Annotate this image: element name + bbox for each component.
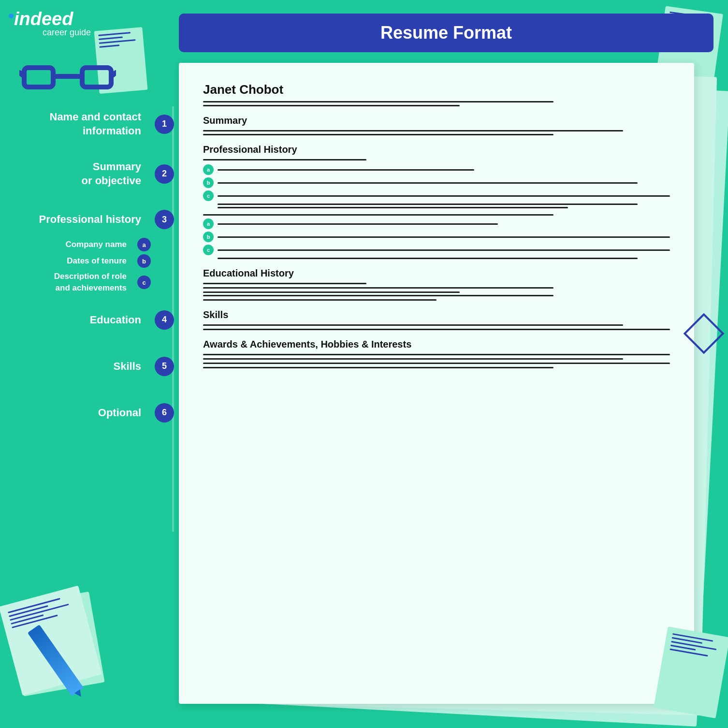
bullet-b2: b [203, 232, 214, 242]
pro-line-c1 [218, 195, 670, 197]
resume-stack: Janet Chobot Summary Professional Histor… [179, 63, 704, 704]
pro-bullet-row-a1: a [203, 164, 670, 175]
pro-line-a1 [218, 169, 474, 171]
svg-line-3 [19, 73, 24, 76]
bullet-c1: c [203, 190, 214, 201]
pro-bullet-row-b1: b [203, 177, 670, 188]
sidebar-label-1: Name and contactinformation [50, 110, 142, 138]
sidebar-item-4: Education 4 [0, 306, 174, 334]
paper-main: Janet Chobot Summary Professional Histor… [179, 63, 694, 704]
step-badge-2: 2 [155, 164, 174, 184]
svg-rect-0 [24, 68, 53, 87]
pro-bullet-row-c1: c [203, 190, 670, 201]
section-title-professional: Professional History [203, 144, 670, 155]
sidebar-item-2: Summaryor objective 2 [0, 156, 174, 191]
sidebar-item-5: Skills 5 [0, 353, 174, 380]
pro-line-b1 [218, 182, 638, 184]
section-title-education: Educational History [203, 268, 670, 279]
edu-line-3 [203, 291, 460, 293]
svg-line-4 [111, 73, 116, 76]
bullet-a2: a [203, 218, 214, 229]
sidebar-item-1: Name and contactinformation 1 [0, 106, 174, 142]
pro-desc-line-2 [218, 207, 568, 208]
glasses-icon [19, 58, 116, 97]
sidebar: Name and contactinformation 1 Summaryor … [0, 106, 174, 431]
pro-line-c2 [218, 249, 670, 251]
step-badge-4: 4 [155, 310, 174, 330]
bullet-c2: c [203, 245, 214, 255]
sidebar-sub-label-c: Description of roleand achievements [54, 271, 127, 294]
section-title-summary: Summary [203, 115, 670, 126]
sidebar-label-5: Skills [114, 360, 141, 374]
step-badge-1: 1 [155, 115, 174, 134]
pro-bullet-row-b2: b [203, 232, 670, 242]
pro-header-line [203, 159, 366, 160]
awards-line-2 [203, 358, 623, 360]
skills-line-1 [203, 324, 623, 326]
sidebar-item-3: Professional history 3 [0, 206, 174, 233]
awards-line-4 [203, 367, 553, 368]
sub-badge-b: b [137, 254, 151, 268]
sidebar-item-6: Optional 6 [0, 399, 174, 426]
awards-line-1 [203, 354, 670, 355]
page-title: Resume Format [380, 23, 512, 43]
pro-bullet-row-c2: c [203, 245, 670, 255]
sidebar-sub-items: Company name a Dates of tenure b Descrip… [0, 238, 174, 297]
sub-badge-c: c [137, 276, 151, 289]
logo-area: indeed career guide [9, 9, 125, 38]
step-badge-6: 6 [155, 403, 174, 422]
bullet-a1: a [203, 164, 214, 175]
step-badge-5: 5 [155, 357, 174, 376]
section-title-awards: Awards & Achievements, Hobbies & Interes… [203, 339, 670, 350]
pro-desc-line-1 [218, 204, 638, 205]
awards-line-3 [203, 363, 670, 364]
pro-line-b2 [218, 236, 670, 238]
edu-line-4 [203, 295, 553, 296]
summary-line-1 [203, 130, 623, 131]
resume-name: Janet Chobot [203, 82, 670, 97]
sidebar-sub-item-b: Dates of tenure b [67, 254, 172, 268]
svg-rect-1 [82, 68, 111, 87]
sidebar-label-3: Professional history [39, 213, 141, 227]
sidebar-sub-item-a: Company name a [65, 238, 172, 251]
sidebar-label-4: Education [90, 313, 141, 327]
sidebar-sub-label-b: Dates of tenure [67, 255, 127, 267]
step-badge-3: 3 [155, 210, 174, 229]
sidebar-sub-item-c: Description of roleand achievements c [54, 271, 172, 294]
logo-indeed: indeed [9, 9, 73, 29]
sidebar-label-6: Optional [98, 406, 141, 420]
sidebar-label-2: Summaryor objective [82, 160, 141, 188]
edu-line-5 [203, 299, 437, 301]
sub-badge-a: a [137, 238, 151, 251]
section-title-skills: Skills [203, 309, 670, 320]
pro-company-2 [203, 214, 553, 216]
sidebar-item-3-group: Professional history 3 Company name a Da… [0, 206, 174, 297]
edu-line-2 [203, 287, 553, 289]
summary-line-2 [203, 134, 553, 135]
header-banner: Resume Format [179, 14, 713, 52]
pro-bullet-row-a2: a [203, 218, 670, 229]
pro-desc-line-3 [218, 258, 638, 259]
pro-line-a2 [218, 223, 498, 225]
name-line-2 [203, 105, 460, 106]
name-line-1 [203, 101, 553, 102]
bullet-b1: b [203, 177, 214, 188]
edu-line-1 [203, 283, 366, 284]
skills-line-2 [203, 329, 670, 330]
sidebar-sub-label-a: Company name [65, 239, 127, 250]
